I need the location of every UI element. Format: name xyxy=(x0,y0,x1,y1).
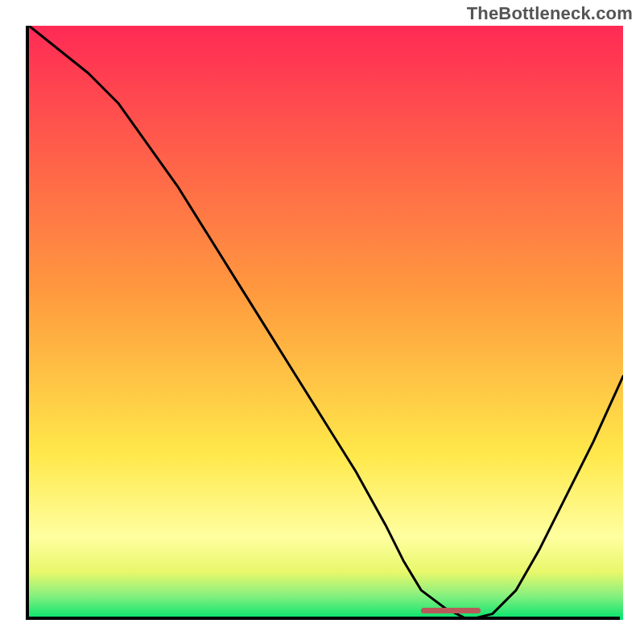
plot-area xyxy=(26,26,620,620)
plot-background xyxy=(29,26,623,620)
svg-rect-0 xyxy=(29,26,623,620)
chart-container: TheBottleneck.com xyxy=(0,0,644,644)
optimal-range-marker xyxy=(421,608,481,613)
watermark-text: TheBottleneck.com xyxy=(467,3,633,24)
